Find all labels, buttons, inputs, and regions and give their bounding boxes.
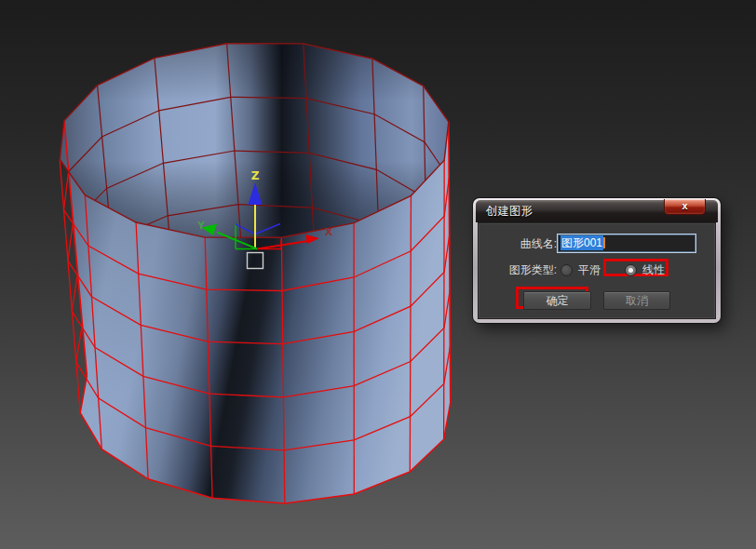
svg-text:X: X	[325, 226, 333, 238]
radio-linear[interactable]	[625, 264, 637, 276]
radio-smooth[interactable]	[560, 264, 573, 276]
text-caret	[603, 237, 605, 248]
cylinder-mesh[interactable]	[60, 44, 451, 503]
create-shape-dialog: 创建图形 x 曲线名: 图形001 图形类型: 平滑 线性 确定 取消	[473, 198, 721, 323]
svg-text:Y: Y	[196, 220, 206, 232]
curve-name-input[interactable]: 图形001	[557, 234, 696, 253]
ok-button[interactable]: 确定	[523, 291, 591, 310]
shape-type-label: 图形类型:	[479, 263, 557, 277]
cancel-button[interactable]: 取消	[603, 291, 670, 310]
radio-selected-dot	[628, 268, 633, 273]
main-screen: ZXY 创建图形 x 曲线名: 图形001 图形类型: 平滑 线性 确定 取消	[0, 0, 756, 549]
svg-text:Z: Z	[251, 169, 260, 182]
dialog-title: 创建图形	[486, 200, 533, 222]
curve-name-label: 曲线名:	[479, 234, 557, 253]
selected-text: 图形001	[560, 235, 603, 250]
radio-smooth-label[interactable]: 平滑	[578, 263, 601, 277]
close-button[interactable]: x	[664, 199, 706, 215]
radio-linear-label[interactable]: 线性	[642, 263, 665, 277]
dialog-body: 曲线名: 图形001 图形类型: 平滑 线性 确定 取消	[479, 223, 715, 318]
close-icon: x	[682, 200, 687, 211]
